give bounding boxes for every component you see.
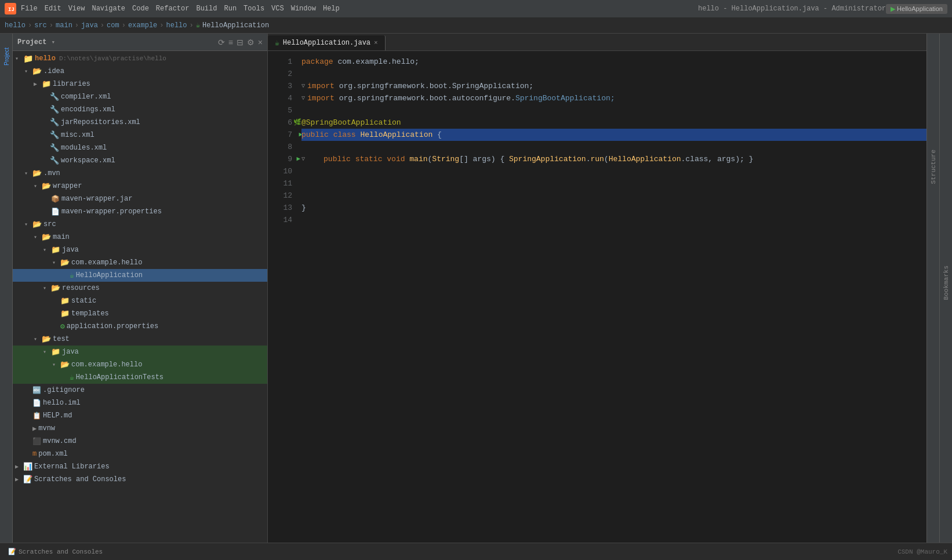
- tree-item-hello-iml[interactable]: ▶ 📄 hello.iml: [13, 397, 267, 409]
- structure-label[interactable]: Structure: [930, 150, 937, 184]
- tree-item-test[interactable]: ▾ 📂 test: [13, 333, 267, 346]
- menu-edit[interactable]: Edit: [45, 5, 61, 13]
- menu-tools[interactable]: Tools: [244, 5, 264, 13]
- breadcrumb-com[interactable]: com: [107, 21, 119, 30]
- menu-window[interactable]: Window: [291, 5, 316, 13]
- bookmarks-panel: Bookmarks: [939, 34, 952, 543]
- menu-code[interactable]: Code: [132, 5, 149, 13]
- tree-item-main[interactable]: ▾ 📂 main: [13, 231, 267, 243]
- scratches-consoles-tab[interactable]: 📝 Scratches and Consoles: [5, 547, 106, 557]
- run-config-button[interactable]: ▶ HelloApplication: [886, 4, 947, 14]
- tree-label-pom: pom.xml: [38, 450, 67, 458]
- tree-item-workspace-xml[interactable]: ▶ 🔧 workspace.xml: [13, 154, 267, 167]
- project-panel: Project ▾ ⟳ ≡ ⊟ ⚙ × ▾ 📁 hello D:\notes\j…: [13, 34, 268, 543]
- code-line-10: [301, 165, 926, 177]
- breadcrumb: hello › src › main › java › com › exampl…: [0, 17, 952, 34]
- tree-item-wrapper[interactable]: ▾ 📂 wrapper: [13, 180, 267, 192]
- bookmarks-label[interactable]: Bookmarks: [943, 266, 950, 300]
- tree-item-maven-wrapper-jar[interactable]: ▶ 📦 maven-wrapper.jar: [13, 192, 267, 205]
- tree-item-modules-xml[interactable]: ▶ 🔧 modules.xml: [13, 141, 267, 154]
- menu-build[interactable]: Build: [196, 5, 217, 13]
- code-line-12: [301, 190, 926, 202]
- file-icon-modules: 🔧: [50, 143, 59, 152]
- tree-item-idea[interactable]: ▾ 📂 .idea: [13, 65, 267, 78]
- tree-item-help-md[interactable]: ▶ 📋 HELP.md: [13, 409, 267, 422]
- menu-help[interactable]: Help: [323, 5, 340, 13]
- tree-item-compiler-xml[interactable]: ▶ 🔧 compiler.xml: [13, 90, 267, 103]
- project-tree: ▾ 📁 hello D:\notes\java\practise\hello ▾…: [13, 51, 267, 543]
- tree-item-java[interactable]: ▾ 📁 java: [13, 243, 267, 256]
- tree-item-mvnw[interactable]: ▶ ▶ mvnw: [13, 422, 267, 435]
- breadcrumb-class[interactable]: HelloApplication: [202, 21, 269, 30]
- file-icon-workspace: 🔧: [50, 156, 59, 165]
- menu-refactor[interactable]: Refactor: [156, 5, 190, 13]
- gutter-run-icon-9[interactable]: ▶: [296, 153, 300, 165]
- breadcrumb-main[interactable]: main: [56, 21, 72, 30]
- tree-item-app-props[interactable]: ▶ ⚙ application.properties: [13, 320, 267, 333]
- tree-item-gitignore[interactable]: ▶ 🔤 .gitignore: [13, 384, 267, 397]
- tree-item-hello-app-tests[interactable]: ▶ ☕ HelloApplicationTests: [13, 371, 267, 384]
- menu-run[interactable]: Run: [224, 5, 237, 13]
- tree-item-pom-xml[interactable]: ▶ m pom.xml: [13, 448, 267, 460]
- breadcrumb-java[interactable]: java: [81, 21, 98, 30]
- tree-item-hello-application[interactable]: ▶ ☕ HelloApplication: [13, 269, 267, 282]
- tree-item-misc-xml[interactable]: ▶ 🔧 misc.xml: [13, 129, 267, 141]
- settings-icon[interactable]: ⚙: [247, 38, 255, 47]
- tree-item-hello-root[interactable]: ▾ 📁 hello D:\notes\java\practise\hello: [13, 52, 267, 65]
- csdn-watermark: CSDN @Mauro_K: [898, 548, 947, 555]
- breadcrumb-hello2[interactable]: hello: [166, 21, 187, 30]
- project-tab-btn[interactable]: Project: [1, 36, 12, 77]
- tree-item-static[interactable]: ▶ 📁 static: [13, 294, 267, 307]
- menu-view[interactable]: View: [68, 5, 85, 13]
- file-icon-compiler-xml: 🔧: [50, 92, 59, 101]
- fold-icon-4[interactable]: ▽: [301, 92, 305, 104]
- fold-icon-9[interactable]: ▽: [301, 153, 305, 165]
- fold-icon-3[interactable]: ▽: [301, 80, 305, 92]
- filter-icon[interactable]: ⊟: [237, 38, 244, 47]
- tree-item-scratches[interactable]: ▶ 📝 Scratches and Consoles: [13, 473, 267, 486]
- code-line-3: ▽ import org.springframework.boot.Spring…: [301, 80, 926, 92]
- folder-icon-main: 📂: [42, 232, 51, 242]
- code-content[interactable]: package com.example.hello; ▽ import org.…: [297, 51, 926, 543]
- tree-item-resources[interactable]: ▾ 📂 resources: [13, 282, 267, 294]
- code-line-7: public class HelloApplication {: [301, 129, 926, 141]
- breadcrumb-src[interactable]: src: [34, 21, 47, 30]
- close-panel-icon[interactable]: ×: [258, 38, 263, 47]
- editor-tab-hello-application[interactable]: ☕ HelloApplication.java ×: [268, 35, 386, 50]
- menu-vcs[interactable]: VCS: [271, 5, 284, 13]
- tab-close-btn[interactable]: ×: [374, 39, 378, 46]
- breadcrumb-hello[interactable]: hello: [5, 21, 26, 30]
- folder-icon-wrapper: 📂: [42, 181, 51, 191]
- dropdown-arrow[interactable]: ▾: [51, 38, 55, 46]
- code-line-1: package com.example.hello;: [301, 56, 926, 68]
- tab-java-icon: ☕: [275, 38, 279, 48]
- breadcrumb-example[interactable]: example: [128, 21, 157, 30]
- file-icon-mvnw-cmd: ⬛: [32, 437, 41, 446]
- file-icon-jar-repos: 🔧: [50, 118, 59, 127]
- tree-label-test: test: [53, 335, 70, 343]
- tree-item-encodings-xml[interactable]: ▶ 🔧 encodings.xml: [13, 103, 267, 116]
- tree-item-external-libraries[interactable]: ▶ 📊 External Libraries: [13, 460, 267, 473]
- tree-item-src[interactable]: ▾ 📂 src: [13, 218, 267, 231]
- tree-label-jar-repos: jarRepositories.xml: [61, 118, 140, 126]
- file-icon-app-props: ⚙: [60, 322, 65, 331]
- tree-item-maven-wrapper-props[interactable]: ▶ 📄 maven-wrapper.properties: [13, 205, 267, 218]
- tree-item-libraries[interactable]: ▶ 📁 libraries: [13, 78, 267, 90]
- code-line-5: [301, 104, 926, 117]
- tree-label-maven-wrapper-jar: maven-wrapper.jar: [61, 195, 132, 203]
- file-icon-pom: m: [32, 450, 37, 458]
- tree-item-com-example[interactable]: ▾ 📂 com.example.hello: [13, 256, 267, 269]
- tree-item-templates[interactable]: ▶ 📁 templates: [13, 307, 267, 320]
- menu-file[interactable]: File: [21, 5, 38, 13]
- collapse-all-icon[interactable]: ≡: [228, 38, 233, 47]
- tree-label-java: java: [62, 246, 79, 254]
- tree-item-mvnw-cmd[interactable]: ▶ ⬛ mvnw.cmd: [13, 435, 267, 448]
- file-icon-hello-app: ☕: [70, 271, 74, 280]
- sync-icon[interactable]: ⟳: [218, 38, 225, 47]
- tree-item-jar-repos-xml[interactable]: ▶ 🔧 jarRepositories.xml: [13, 116, 267, 129]
- tree-item-com-example-test[interactable]: ▾ 📂 com.example.hello: [13, 358, 267, 371]
- scratches-tab-label: Scratches and Consoles: [19, 548, 103, 555]
- tree-item-java-test[interactable]: ▾ 📁 java: [13, 346, 267, 358]
- tree-item-mvn[interactable]: ▾ 📂 .mvn: [13, 167, 267, 180]
- menu-navigate[interactable]: Navigate: [92, 5, 125, 13]
